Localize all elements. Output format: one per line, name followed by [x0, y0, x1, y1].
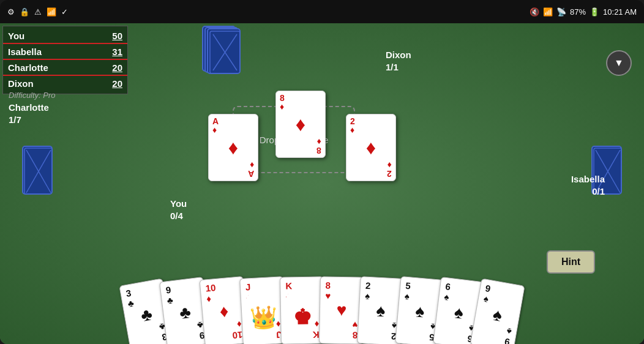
isabella-tricks: 0/1	[571, 185, 605, 198]
deck-card-3	[207, 28, 241, 74]
check-icon: ✓	[61, 7, 68, 17]
phone-frame: ⚙ 🔒 ⚠ 📶 ✓ 🔇 📶 📡 87% 🔋 10:21 AM You 50 Is…	[0, 0, 644, 344]
card-center-2: ♦	[366, 138, 376, 157]
card-br-2: 2♦	[387, 161, 392, 178]
card-center-8: ♦	[296, 114, 305, 134]
mute-icon: 🔇	[530, 7, 539, 17]
score-name-dixon: Dixon	[8, 78, 34, 89]
battery-icon: 🔋	[590, 7, 599, 17]
player-isabella-label: Isabella 0/1	[571, 173, 605, 197]
side-deck-left	[22, 146, 53, 195]
hand-card-k-diamonds[interactable]: K♦ ♚ K♦	[280, 276, 325, 344]
hand-card-c-2s: ♠	[376, 301, 386, 321]
hand-card-tl-3c: 3♣	[125, 288, 134, 309]
card-br-8: 8♦	[316, 138, 321, 155]
signal-icon: 📡	[556, 7, 566, 17]
hand-card-tl-8h: 8♥	[325, 281, 331, 301]
difficulty-label: Difficulty: Pro	[9, 91, 56, 100]
warning-icon: ⚠	[34, 7, 42, 17]
score-val-dixon: 20	[112, 78, 122, 89]
score-row-charlotte: Charlotte 20	[3, 61, 127, 76]
top-deck	[202, 26, 272, 72]
hand-card-c-3c: ♣	[140, 305, 154, 326]
status-icons-left: ⚙ 🔒 ⚠ 📶 ✓	[7, 7, 68, 17]
hand-card-br-kd: K♦	[312, 320, 319, 340]
hand-card-c-6s: ♠	[453, 302, 465, 323]
hand-card-tl-5s: 5♠	[404, 281, 411, 302]
score-row-isabella: Isabella 31	[3, 45, 127, 60]
hand-card-c-5s: ♠	[414, 301, 425, 321]
time-display: 10:21 AM	[603, 7, 637, 17]
hand-card-c-9c: ♣	[178, 302, 192, 323]
hand-card-tl-2s: 2♠	[365, 281, 371, 301]
isabella-name: Isabella	[571, 173, 605, 185]
player-charlotte-label: Charlotte 1/7	[9, 102, 49, 125]
score-row-you: You 50	[3, 29, 127, 44]
card-tl-8: 8♦	[280, 94, 285, 111]
score-name-isabella: Isabella	[8, 47, 42, 57]
wifi-blocked-icon: 📶	[47, 7, 56, 17]
card-tl-ace: A♦	[212, 117, 219, 134]
player-you-label: You 0/4	[170, 198, 187, 222]
score-name-you: You	[8, 31, 24, 41]
score-row-dixon: Dixon 20	[3, 77, 127, 91]
hand-card-tl-10d: 10♦	[205, 283, 217, 304]
hand-card-c-8h: ♥	[336, 301, 346, 320]
hand-card-tl-6s: 6♠	[444, 282, 451, 302]
you-name: You	[170, 198, 187, 210]
wifi-icon: 📶	[543, 7, 553, 17]
score-val-isabella: 31	[112, 47, 122, 57]
scoreboard: You 50 Isabella 31 Charlotte 20 Dixon 20	[2, 26, 128, 94]
lock-icon: 🔒	[20, 7, 29, 17]
charlotte-tricks: 1/7	[9, 114, 49, 126]
score-val-charlotte: 20	[112, 62, 122, 73]
chevron-down-icon: ▼	[614, 58, 624, 69]
hand-card-br-9s: 9♠	[504, 326, 512, 344]
dropdown-button[interactable]: ▼	[606, 50, 632, 76]
table-card-8-diamonds[interactable]: 8♦ ♦ 8♦	[275, 91, 326, 158]
battery-percent: 87%	[570, 7, 586, 17]
hand-area: 3♣ ♣ 3♣ 9♣ ♣ 9♣ 10♦ ♦ 10♦ J♦ 👑	[31, 264, 613, 344]
hand-card-c-10d: ♦	[219, 301, 230, 321]
svg-text:👑: 👑	[249, 304, 278, 331]
you-tricks: 0/4	[170, 210, 187, 222]
hand-card-tl-9c: 9♣	[165, 285, 174, 305]
game-area: You 50 Isabella 31 Charlotte 20 Dixon 20…	[0, 23, 644, 344]
table-card-ace-diamonds[interactable]: A♦ ♦ A♦	[208, 114, 258, 181]
card-center-ace: ♦	[228, 138, 238, 157]
score-name-charlotte: Charlotte	[8, 62, 48, 73]
player-dixon-label: Dixon 1/1	[386, 49, 411, 73]
hand-card-c-9s: ♠	[492, 305, 504, 326]
usb-icon: ⚙	[7, 7, 15, 17]
table-card-2-diamonds[interactable]: 2♦ ♦ 2♦	[346, 114, 396, 181]
status-icons-right: 🔇 📶 📡 87% 🔋 10:21 AM	[530, 7, 637, 17]
dixon-name: Dixon	[386, 49, 411, 61]
hand-card-tl-9s: 9♠	[483, 283, 492, 304]
svg-text:♚: ♚	[293, 305, 312, 329]
card-br-ace: A♦	[248, 161, 254, 178]
dixon-tricks: 1/1	[386, 61, 411, 73]
score-val-you: 50	[112, 31, 122, 41]
charlotte-name: Charlotte	[9, 102, 49, 114]
status-bar: ⚙ 🔒 ⚠ 📶 ✓ 🔇 📶 📡 87% 🔋 10:21 AM	[0, 0, 644, 23]
card-tl-2: 2♦	[350, 117, 355, 134]
